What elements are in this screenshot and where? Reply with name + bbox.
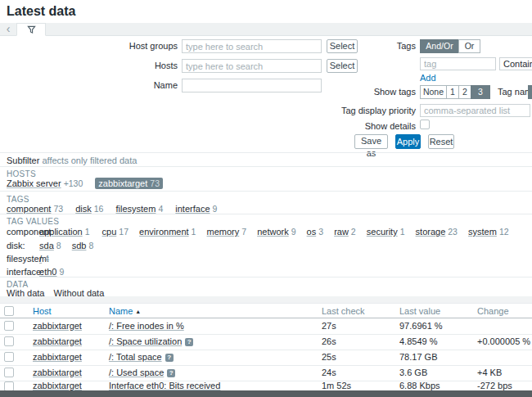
description-info-icon[interactable]: ? [165, 354, 174, 362]
tags-or-option[interactable]: Or [458, 39, 480, 53]
show-tags-label: Show tags [344, 85, 416, 99]
last-check-value: 25s [322, 350, 336, 365]
name-label: Name [98, 79, 178, 92]
row-checkbox[interactable] [4, 368, 14, 377]
tag-value-link[interactable]: eth0 [39, 267, 56, 277]
tag-input[interactable] [420, 57, 496, 70]
latest-data-page: Latest data ‹ Host groups Select Hosts S… [0, 0, 532, 397]
host-link[interactable]: zabbixtarget [33, 381, 82, 390]
show-tags-none-option[interactable]: None [420, 85, 447, 99]
tag-value-link[interactable]: cpu [102, 227, 117, 237]
item-name-link[interactable]: /: Total space [109, 352, 162, 362]
tag-values-disk-row: disk: sda8 sdb8 [7, 241, 101, 250]
subfilter-tag-link[interactable]: filesystem [116, 204, 156, 214]
item-name-link[interactable]: /: Space utilization [109, 336, 182, 346]
reset-button[interactable]: Reset [428, 134, 454, 149]
host-groups-input[interactable] [182, 39, 322, 53]
tag-value-link[interactable]: memory [207, 227, 240, 237]
subfilter-header-divider [0, 166, 532, 167]
section-gap [0, 296, 532, 303]
description-info-icon[interactable]: ? [185, 338, 193, 346]
tag-values-filesystem-row: filesystem: /4 [7, 254, 59, 264]
show-details-label: Show details [344, 120, 416, 133]
last-check-value: 26s [322, 334, 336, 350]
subfilter-header: Subfilter affects only filtered data [7, 156, 137, 165]
table-row: zabbixtarget /: Total space? 25s 78.17 G… [0, 350, 532, 366]
tag-value-link[interactable]: os [307, 227, 317, 237]
hosts-input[interactable] [182, 59, 322, 73]
show-tags-2-option[interactable]: 2 [458, 85, 471, 99]
tag-value-link[interactable]: sdb [72, 241, 87, 250]
tags-operator-segment: And/OrOr [420, 39, 480, 53]
tag-value-link[interactable]: storage [416, 227, 446, 237]
subfilter-tags-row: component73 disk16 filesystem4 interface… [7, 204, 227, 214]
change-value: +0.000005 % [477, 334, 530, 350]
page-title: Latest data [7, 4, 75, 19]
table-row: zabbixtarget /: Used space? 24s 3.6 GB +… [0, 365, 532, 381]
sort-asc-icon: ▲ [135, 309, 141, 314]
subfilter-tag-link[interactable]: disk [75, 204, 92, 214]
tag-display-priority-label: Tag display priority [303, 104, 416, 118]
tag-name-label: Tag name [498, 85, 532, 99]
column-header-name[interactable]: Name▲ [109, 304, 141, 319]
row-checkbox[interactable] [4, 336, 14, 346]
show-tags-segment: None123 [420, 85, 490, 99]
apply-button[interactable]: Apply [395, 134, 421, 149]
table-row: zabbixtarget /: Free inodes in % 27s 97.… [0, 318, 532, 335]
tag-value-link[interactable]: sda [39, 241, 54, 250]
tag-name-selected-option[interactable] [528, 85, 532, 99]
tags-andor-option[interactable]: And/Or [420, 39, 459, 53]
subfilter-divider [0, 191, 532, 192]
filter-tab[interactable] [16, 23, 46, 36]
item-name-link[interactable]: /: Free inodes in % [109, 321, 184, 331]
host-link[interactable]: zabbixtarget [33, 336, 82, 346]
collapse-filter-button[interactable]: ‹ [2, 23, 15, 35]
name-input[interactable] [182, 79, 322, 92]
subfilter-tag-link[interactable]: interface [175, 204, 210, 214]
tag-display-priority-input[interactable] [420, 104, 530, 117]
tag-operator-select[interactable]: Contains [499, 57, 532, 70]
last-value: 4.8549 % [399, 334, 437, 350]
filter-bottom-divider [0, 152, 532, 153]
subfilter-title: Subfilter [7, 156, 39, 165]
tag-value-link[interactable]: raw [334, 227, 349, 237]
subfilter-hosts-row: Zabbix server+130 zabbixtarget73 [7, 178, 173, 188]
subfilter-tags-heading: TAGS [7, 195, 29, 204]
tag-value-link[interactable]: / [39, 254, 42, 264]
bottom-bar [0, 390, 532, 397]
item-name-link[interactable]: Interface eth0: Bits received [109, 381, 220, 390]
subfilter-tag-link[interactable]: component [7, 204, 51, 214]
item-name-link[interactable]: /: Used space [109, 368, 164, 377]
show-details-checkbox[interactable] [420, 120, 430, 129]
save-as-button[interactable]: Save as [354, 134, 388, 149]
description-info-icon[interactable]: ? [167, 369, 175, 377]
subfilter-host-link[interactable]: Zabbix server [7, 178, 61, 188]
host-link[interactable]: zabbixtarget [33, 368, 82, 377]
last-value: 3.6 GB [399, 365, 427, 381]
select-all-checkbox[interactable] [4, 306, 14, 316]
host-link[interactable]: zabbixtarget [33, 321, 82, 331]
column-header-change: Change [477, 304, 509, 319]
show-tags-3-option[interactable]: 3 [471, 85, 490, 99]
tag-value-link[interactable]: environment [139, 227, 189, 237]
last-value: 97.6961 % [399, 318, 443, 334]
tag-value-link[interactable]: network [257, 227, 289, 237]
tag-value-link[interactable]: application [39, 227, 83, 237]
subfilter-host-selected[interactable]: zabbixtarget73 [95, 178, 163, 189]
tag-value-link[interactable]: security [367, 227, 398, 237]
table-row: zabbixtarget Interface eth0: Bits receiv… [0, 381, 532, 390]
filter-funnel-icon [27, 26, 36, 36]
show-tags-1-option[interactable]: 1 [446, 85, 459, 99]
change-value: +4 KB [477, 365, 502, 381]
hosts-select-button[interactable]: Select [327, 59, 358, 73]
subfilter-divider [0, 277, 532, 277]
row-checkbox[interactable] [4, 321, 14, 331]
host-link[interactable]: zabbixtarget [33, 352, 82, 362]
tag-value-link[interactable]: system [468, 227, 497, 237]
host-groups-label: Host groups [98, 39, 178, 53]
subfilter-tag-values-heading: TAG VALUES [7, 217, 59, 226]
add-tag-link[interactable]: Add [420, 73, 436, 83]
row-checkbox[interactable] [4, 352, 14, 362]
column-header-host[interactable]: Host [33, 304, 52, 319]
last-value: 78.17 GB [399, 350, 437, 365]
